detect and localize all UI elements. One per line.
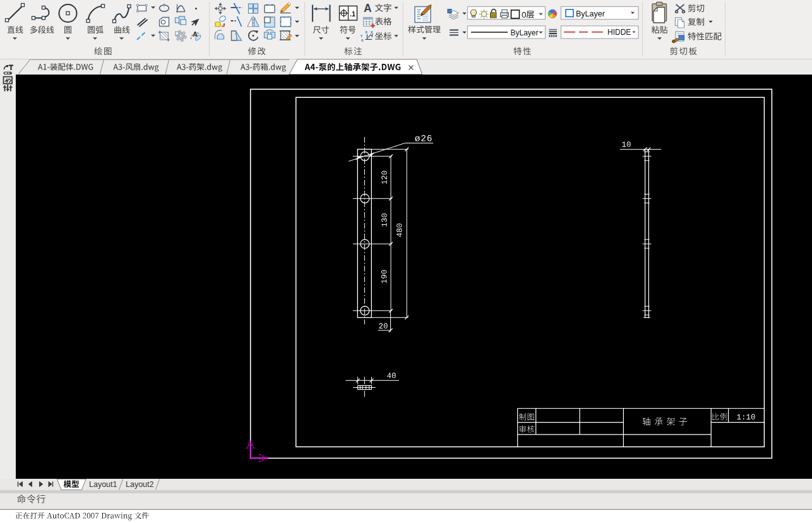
svg-text:0: 0 (522, 10, 527, 20)
svg-text:X: X (371, 30, 373, 34)
svg-text:Layout2: Layout2 (126, 480, 154, 489)
svg-text:A: A (193, 30, 198, 38)
svg-text:ByLayer: ByLayer (576, 9, 605, 18)
svg-text:HIDDE: HIDDE (607, 28, 631, 37)
svg-text:A: A (364, 2, 372, 15)
svg-text:.1: .1 (350, 10, 355, 18)
svg-text:ByLayer: ByLayer (511, 28, 539, 37)
svg-text:Y: Y (361, 34, 363, 38)
svg-text:Layout1: Layout1 (89, 480, 117, 489)
